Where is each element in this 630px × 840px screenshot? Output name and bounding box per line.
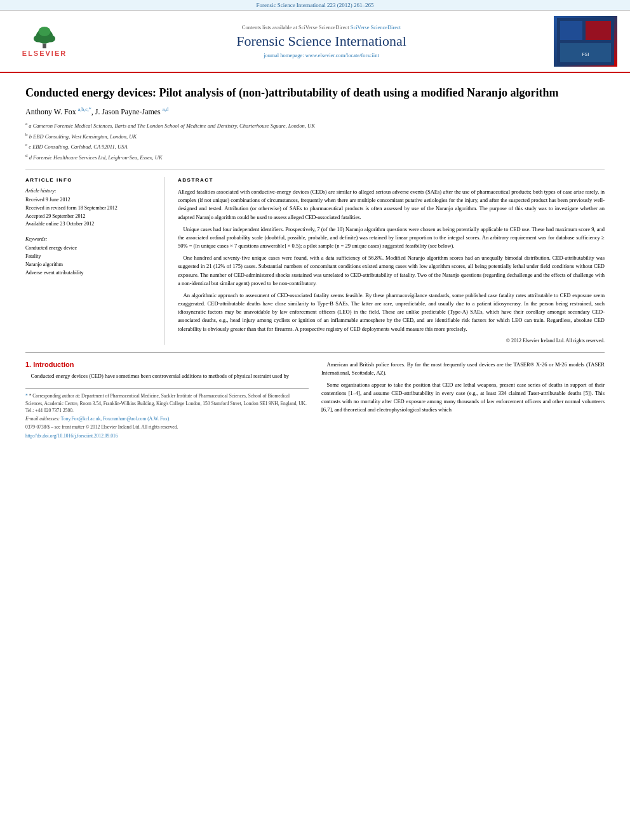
email-links[interactable]: Tony.Fox@kcl.ac.uk, Foxcranham@aol.com (…: [61, 416, 170, 422]
journal-header: ELSEVIER Contents lists available at Sci…: [0, 11, 630, 73]
journal-citation: Forensic Science International 223 (2012…: [256, 2, 373, 8]
abstract-label: ABSTRACT: [178, 177, 605, 183]
svg-rect-6: [560, 21, 582, 40]
corresponding-author-note: * * Corresponding author at: Department …: [25, 392, 309, 414]
received-revised-date: Received in revised form 18 September 20…: [25, 204, 155, 213]
journal-name: Forensic Science International: [89, 33, 554, 50]
journal-cover-image: FSI: [554, 16, 617, 67]
svg-rect-0: [43, 44, 46, 49]
elsevier-tree-icon: [25, 25, 64, 50]
main-content: Conducted energy devices: Pilot analysis…: [0, 73, 630, 453]
authors-line: Anthony W. Fox a,b,c,*, J. Jason Payne-J…: [25, 107, 605, 117]
body-left-column: 1. Introduction Conducted energy devices…: [25, 361, 309, 441]
contents-available-line: Contents lists available at SciVerse Sci…: [89, 24, 554, 30]
journal-title-area: Contents lists available at SciVerse Sci…: [89, 24, 554, 58]
author-payne-james: J. Jason Payne-James a,d: [95, 107, 169, 116]
keywords-section: Keywords: Conducted energy device Fatali…: [25, 236, 155, 277]
author-fox: Anthony W. Fox a,b,c,*: [25, 107, 91, 116]
svg-text:FSI: FSI: [582, 52, 589, 57]
publisher-logo-area: ELSEVIER: [13, 24, 89, 59]
affiliation-d: d d Forensic Healthcare Services Ltd, Le…: [25, 152, 605, 162]
doi-line: http://dx.doi.org/10.1016/j.forsciint.20…: [25, 432, 309, 439]
intro-para-right-1: American and British police forces. By f…: [321, 361, 605, 377]
footnotes: * * Corresponding author at: Department …: [25, 388, 309, 439]
affiliation-c: c c EBD Consulting, Carlsbad, CA 92011, …: [25, 142, 605, 151]
history-label: Article history:: [25, 188, 155, 194]
svg-rect-7: [586, 21, 611, 40]
keyword-4: Adverse event attributability: [25, 269, 155, 277]
elsevier-wordmark: ELSEVIER: [22, 50, 67, 57]
doi-link[interactable]: http://dx.doi.org/10.1016/j.forsciint.20…: [25, 433, 118, 439]
abstract-column: ABSTRACT Alleged fatalities associated w…: [178, 177, 605, 345]
svg-point-4: [39, 27, 51, 36]
keyword-2: Fatality: [25, 253, 155, 261]
abstract-text: Alleged fatalities associated with condu…: [178, 188, 605, 345]
keyword-1: Conducted energy device: [25, 244, 155, 253]
abstract-para-1: Alleged fatalities associated with condu…: [178, 188, 605, 222]
article-info-label: ARTICLE INFO: [25, 177, 155, 183]
journal-citation-bar: Forensic Science International 223 (2012…: [0, 0, 630, 11]
elsevier-logo: ELSEVIER: [13, 24, 76, 59]
affiliation-a: a a Cameron Forensic Medical Sciences, B…: [25, 121, 605, 130]
introduction-heading: 1. Introduction: [25, 361, 309, 368]
intro-para-right-2: Some organisations appear to take the po…: [321, 381, 605, 415]
svg-point-2: [34, 35, 43, 42]
accepted-date: Accepted 29 September 2012: [25, 213, 155, 221]
abstract-para-3: One hundred and seventy-five unique case…: [178, 254, 605, 288]
body-right-text: American and British police forces. By f…: [321, 361, 605, 414]
affiliation-b: b b EBD Consulting, West Kensington, Lon…: [25, 131, 605, 141]
email-addresses: E-mail addresses: Tony.Fox@kcl.ac.uk, Fo…: [25, 415, 309, 422]
keyword-3: Naranjo algorithm: [25, 261, 155, 269]
intro-para-left: Conducted energy devices (CED) have some…: [25, 372, 309, 380]
abstract-para-2: Unique cases had four independent identi…: [178, 225, 605, 251]
available-date: Available online 23 October 2012: [25, 220, 155, 229]
journal-homepage: journal homepage: www.elsevier.com/locat…: [89, 52, 554, 58]
article-history: Article history: Received 9 June 2012 Re…: [25, 188, 155, 229]
body-content: 1. Introduction Conducted energy devices…: [25, 361, 605, 441]
section-divider: [25, 352, 605, 353]
article-title: Conducted energy devices: Pilot analysis…: [25, 86, 605, 100]
article-info-abstract: ARTICLE INFO Article history: Received 9…: [25, 177, 605, 345]
affiliations: a a Cameron Forensic Medical Sciences, B…: [25, 121, 605, 170]
issn-line: 0379-0738/$ – see front matter © 2012 El…: [25, 423, 309, 430]
keywords-label: Keywords:: [25, 236, 155, 242]
body-left-text: Conducted energy devices (CED) have some…: [25, 372, 309, 380]
article-info-column: ARTICLE INFO Article history: Received 9…: [25, 177, 165, 345]
sciverse-link[interactable]: SciVerse ScienceDirect: [351, 24, 401, 30]
copyright-notice: © 2012 Elsevier Ireland Ltd. All rights …: [178, 337, 605, 345]
cover-art-icon: FSI: [557, 18, 614, 65]
svg-point-3: [46, 35, 55, 42]
body-right-column: American and British police forces. By f…: [321, 361, 605, 441]
abstract-para-4: An algorithmic approach to assessment of…: [178, 291, 605, 333]
received-date: Received 9 June 2012: [25, 196, 155, 204]
